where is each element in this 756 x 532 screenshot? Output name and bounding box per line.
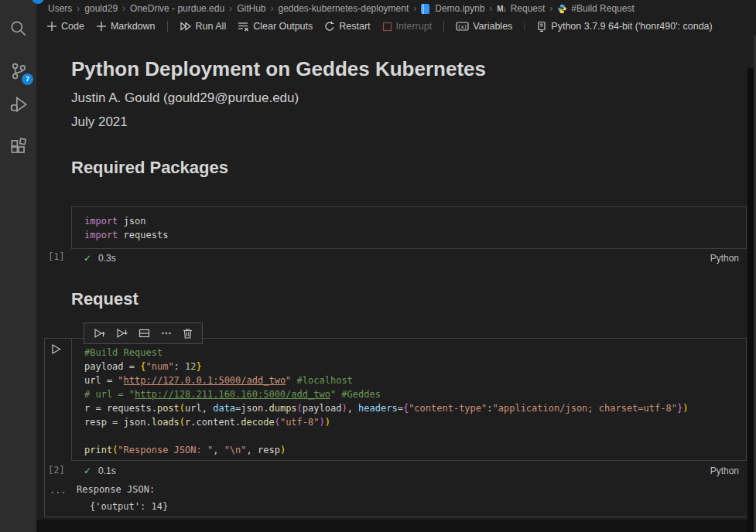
section-heading-packages: Required Packages	[71, 158, 228, 178]
notebook-bottom-gutter	[36, 520, 747, 532]
chevron-right-icon: ›	[412, 3, 417, 14]
breadcrumb: Users› gould29› OneDrive - purdue.edu› G…	[48, 0, 635, 17]
execution-count-1: [1]	[48, 251, 65, 262]
divider	[167, 21, 168, 32]
restart-label: Restart	[339, 21, 370, 32]
notebook-title: Python Deployment on Geddes Kubernetes	[71, 57, 486, 81]
output-text: {'output': 14}	[90, 501, 168, 512]
delete-cell-icon[interactable]	[183, 328, 193, 339]
chevron-right-icon: ›	[549, 3, 553, 14]
code-line: r = requests.post(url, data=json.dumps(p…	[84, 401, 746, 415]
code-cell-2-content[interactable]: #Build Requestpayload = {"num": 12}url =…	[72, 339, 746, 457]
run-all-label: Run All	[196, 21, 227, 32]
split-cell-icon[interactable]	[139, 328, 150, 339]
source-control-badge: 7	[22, 73, 33, 85]
kernel-label: Python 3.7.9 64-bit ('honr490': conda)	[551, 21, 712, 32]
code-line: #Build Request	[84, 346, 746, 360]
breadcrumb-subsection[interactable]: #Build Request	[571, 3, 634, 14]
cell-1-status-bar: ✓ 0.3s Python	[71, 249, 747, 267]
run-below-icon[interactable]	[116, 328, 128, 339]
variables-label: Variables	[473, 21, 512, 32]
chevron-right-icon: ›	[76, 3, 80, 14]
cell-1-duration: 0.3s	[98, 253, 116, 264]
code-cell-2-editor[interactable]: #Build Requestpayload = {"num": 12}url =…	[71, 338, 747, 461]
success-check-icon: ✓	[84, 466, 91, 476]
extensions-icon[interactable]	[9, 137, 29, 157]
cell-2-language[interactable]: Python	[710, 466, 739, 476]
code-line: import json	[84, 214, 746, 228]
run-debug-icon[interactable]	[9, 94, 29, 114]
cell-2-status-bar: ✓ 0.1s Python	[71, 462, 747, 479]
kernel-picker-button[interactable]: Python 3.7.9 64-bit ('honr490': conda)	[536, 21, 712, 32]
run-all-button[interactable]: Run All	[180, 21, 227, 32]
markdown-icon: M↓	[497, 5, 505, 13]
breadcrumb-item[interactable]: OneDrive - purdue.edu	[130, 3, 224, 14]
breadcrumb-item[interactable]: gould29	[84, 3, 118, 14]
execution-count-2: [2]	[48, 465, 65, 476]
search-icon[interactable]	[9, 19, 29, 39]
breadcrumb-file[interactable]: Demo.ipynb	[435, 3, 484, 14]
add-code-label: Code	[61, 21, 84, 32]
editor-right-gutter	[747, 68, 754, 532]
code-line	[84, 429, 746, 443]
breadcrumb-item[interactable]: geddes-kubernetes-deployment	[279, 3, 409, 14]
notebook-toolbar: Code Markdown Run All Clear Outputs Rest…	[46, 17, 713, 36]
code-line: resp = json.loads(r.content.decode("utf-…	[84, 415, 746, 429]
cell-2-duration: 0.1s	[98, 466, 116, 476]
chevron-right-icon: ›	[488, 3, 493, 14]
cell-1-language[interactable]: Python	[710, 253, 739, 264]
source-control-icon[interactable]: 7	[9, 61, 29, 81]
breadcrumb-item[interactable]: Users	[48, 3, 72, 14]
code-cell-1-content[interactable]: import jsonimport requests	[72, 207, 746, 242]
run-above-icon[interactable]	[94, 328, 105, 339]
chevron-right-icon: ›	[121, 3, 126, 14]
more-actions-icon[interactable]	[161, 328, 172, 339]
add-markdown-label: Markdown	[111, 21, 156, 32]
date-line: July 2021	[71, 114, 128, 130]
code-line: print("Response JSON: ", "\n", resp)	[84, 443, 746, 457]
code-line: import requests	[84, 228, 746, 242]
author-line: Justin A. Gould (gould29@purdue.edu)	[71, 90, 299, 106]
divider	[443, 21, 444, 32]
variables-button[interactable]: (x) Variables	[456, 21, 512, 32]
interrupt-label: Interrupt	[396, 21, 433, 32]
python-icon	[557, 4, 567, 14]
interrupt-button: Interrupt	[382, 21, 433, 32]
run-cell-button[interactable]	[50, 343, 62, 355]
activity-bar: 7	[0, 0, 36, 532]
notebook-file-icon	[421, 4, 429, 14]
clear-outputs-button[interactable]: Clear Outputs	[238, 21, 313, 32]
output-text: Response JSON:	[77, 484, 155, 495]
restart-button[interactable]: Restart	[324, 21, 370, 32]
chevron-right-icon: ›	[228, 3, 233, 14]
cell-hover-toolbar	[84, 322, 203, 344]
breadcrumb-section[interactable]: Request	[511, 3, 546, 14]
output-collapse-marker[interactable]: ...	[50, 485, 67, 496]
code-cell-1-editor[interactable]: import jsonimport requests	[71, 206, 747, 249]
clear-outputs-label: Clear Outputs	[253, 21, 313, 32]
divider	[524, 22, 525, 30]
code-line: # url = "http://128.211.160.160:5000/add…	[84, 387, 746, 401]
code-line: url = "http://127.0.0.1:5000/add_two" #l…	[84, 373, 746, 387]
section-heading-request: Request	[71, 289, 139, 309]
add-code-button[interactable]: Code	[46, 21, 84, 32]
add-markdown-button[interactable]: Markdown	[96, 21, 156, 32]
breadcrumb-item[interactable]: GitHub	[237, 3, 265, 14]
chevron-right-icon: ›	[270, 3, 275, 14]
success-check-icon: ✓	[84, 253, 91, 264]
svg-text:(x): (x)	[457, 24, 467, 30]
code-line: payload = {"num": 12}	[84, 360, 746, 373]
